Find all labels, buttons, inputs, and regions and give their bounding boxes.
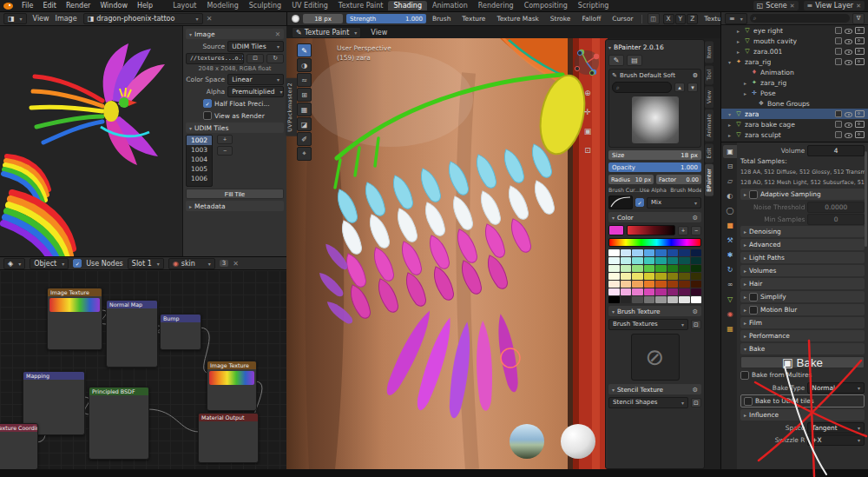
close-icon[interactable]: ✕ bbox=[275, 30, 280, 38]
properties-tab[interactable]: ⚒ bbox=[723, 234, 737, 247]
selectable-toggle[interactable] bbox=[835, 37, 842, 44]
palette-swatch[interactable] bbox=[655, 273, 667, 280]
properties-tab[interactable]: ■ bbox=[723, 219, 737, 232]
sidebar-tab[interactable]: Animate bbox=[705, 109, 713, 142]
topbar-menu[interactable]: Help bbox=[133, 2, 157, 10]
palette-swatch[interactable] bbox=[644, 273, 655, 280]
palette-swatch[interactable] bbox=[667, 257, 679, 264]
shader-node[interactable]: Normal Map bbox=[106, 300, 158, 368]
toolbar-tab-uvpackmaster[interactable]: UVPackmaster2 bbox=[286, 78, 297, 136]
blender-logo-icon[interactable] bbox=[3, 3, 13, 10]
palette-swatch[interactable] bbox=[655, 288, 667, 295]
properties-tab[interactable]: ∞ bbox=[723, 278, 737, 291]
properties-tab[interactable]: ◉ bbox=[723, 308, 737, 321]
render-visibility-icon[interactable] bbox=[855, 58, 865, 65]
outliner-display-mode-select[interactable]: ≡ bbox=[725, 13, 747, 24]
selectable-toggle[interactable] bbox=[835, 27, 842, 34]
properties-tab[interactable]: ◯ bbox=[723, 204, 737, 217]
topbar-menu[interactable]: Edit bbox=[38, 2, 61, 10]
shader-node[interactable]: Texture Coordinate bbox=[0, 423, 38, 469]
symmetry-axis-toggle[interactable]: X bbox=[663, 14, 674, 24]
mode-select[interactable]: ✎ Texture Paint bbox=[292, 27, 361, 38]
palette-swatch[interactable] bbox=[621, 296, 632, 303]
palette-swatch[interactable] bbox=[691, 249, 702, 256]
selectable-toggle[interactable] bbox=[835, 131, 842, 138]
colorspace-select[interactable]: Linear bbox=[227, 74, 284, 85]
visibility-eye-icon[interactable] bbox=[845, 58, 852, 65]
stencil-shapes-select[interactable]: Stencil Shapes bbox=[608, 397, 688, 408]
properties-tab[interactable]: ↻ bbox=[723, 263, 737, 276]
selectable-toggle[interactable] bbox=[835, 121, 842, 128]
shader-type-select[interactable]: Object bbox=[30, 258, 69, 269]
brush-preview-icon[interactable] bbox=[292, 15, 299, 23]
palette-swatch[interactable] bbox=[655, 281, 667, 288]
palette-swatch[interactable] bbox=[667, 273, 679, 280]
node-editor-canvas[interactable]: Image TextureNormal MapBumpImage Texture… bbox=[0, 270, 286, 469]
bpainter-mode-button[interactable]: ▤ bbox=[627, 55, 642, 66]
refresh-icon[interactable]: ↻ bbox=[266, 54, 284, 63]
workspace-tab[interactable]: Scripting bbox=[573, 1, 615, 10]
unlink-material-icon[interactable]: ✕ bbox=[233, 260, 239, 268]
metadata-panel-header[interactable]: ▸Metadata bbox=[186, 201, 284, 211]
brush-texture-section-header[interactable]: Brush Texture⚙ bbox=[608, 306, 701, 316]
view-as-render-checkbox[interactable] bbox=[203, 111, 212, 120]
remove-tile-button[interactable]: − bbox=[217, 146, 233, 156]
palette-swatch[interactable] bbox=[655, 296, 667, 303]
workspace-tab[interactable]: Shading bbox=[388, 1, 427, 10]
outliner-row[interactable]: ▸ ✛ Pose bbox=[721, 88, 868, 98]
blur-factor-slider[interactable]: Factor0.00 bbox=[656, 175, 701, 184]
color-gradient-bar[interactable] bbox=[627, 225, 675, 235]
palette-swatch[interactable] bbox=[655, 249, 667, 256]
palette-swatch[interactable] bbox=[632, 273, 643, 280]
udim-tile-item[interactable]: 1006 bbox=[187, 174, 212, 183]
properties-tab[interactable]: ◐ bbox=[723, 189, 737, 202]
outliner-row[interactable]: ❖ Bone Groups bbox=[721, 98, 868, 109]
properties-section-header[interactable]: ▸ Volumes bbox=[740, 265, 865, 276]
properties-tab[interactable]: ▽ bbox=[723, 293, 737, 306]
outliner-row[interactable]: ▾ ✦ zara_rig bbox=[721, 56, 868, 67]
palette-swatch[interactable] bbox=[655, 257, 667, 264]
palette-swatch[interactable] bbox=[632, 257, 643, 264]
bake-udim-checkbox[interactable] bbox=[744, 397, 753, 406]
sidebar-tab[interactable]: Edit bbox=[705, 143, 713, 162]
close-icon[interactable]: ✕ bbox=[790, 3, 795, 10]
palette-swatch[interactable] bbox=[608, 265, 620, 272]
symmetry-icon[interactable]: ◫ bbox=[648, 13, 660, 24]
brush-size-field[interactable]: 18 px bbox=[303, 14, 343, 23]
image-editor-menu[interactable]: Image bbox=[53, 15, 80, 23]
viewport-tool-button[interactable]: ✐ bbox=[297, 132, 312, 146]
slot-select[interactable]: Slot 1 bbox=[128, 258, 164, 269]
source-select[interactable]: UDIM Tiles bbox=[227, 41, 284, 52]
outliner-row[interactable]: ▾ ▽ zara bbox=[721, 109, 868, 119]
gear-icon[interactable]: ⚙ bbox=[693, 308, 698, 315]
strength-slider[interactable]: Strength1.000 bbox=[346, 14, 426, 23]
image-panel-header[interactable]: ▾Image ✕ bbox=[186, 29, 284, 39]
palette-swatch[interactable] bbox=[632, 288, 643, 295]
palette-swatch[interactable] bbox=[691, 265, 702, 272]
tool-settings-menu[interactable]: Texture Mask bbox=[494, 15, 541, 23]
image-editor-canvas[interactable] bbox=[0, 26, 182, 256]
properties-tab[interactable]: ✱ bbox=[723, 248, 737, 262]
palette-swatch[interactable] bbox=[691, 257, 702, 264]
properties-tab[interactable]: ⊟ bbox=[723, 160, 737, 173]
bake-multires-checkbox[interactable] bbox=[740, 371, 749, 380]
render-visibility-icon[interactable] bbox=[855, 121, 865, 128]
sidebar-tab[interactable]: Tool bbox=[705, 65, 713, 84]
palette-swatch[interactable] bbox=[644, 288, 655, 295]
palette-swatch[interactable] bbox=[667, 265, 679, 272]
selectable-toggle[interactable] bbox=[835, 48, 842, 55]
brush-texture-empty-slot[interactable]: ⊘ bbox=[631, 334, 680, 381]
properties-section-header[interactable]: ▸ Advanced bbox=[740, 239, 865, 250]
viewport-tool-button[interactable]: ◪ bbox=[297, 117, 312, 131]
palette-remove-button[interactable]: − bbox=[691, 226, 701, 235]
bake-type-select[interactable]: Normal bbox=[807, 382, 865, 394]
expander-icon[interactable]: ▸ bbox=[727, 132, 733, 138]
shader-node[interactable]: Image Texture bbox=[207, 361, 257, 411]
palette-swatch[interactable] bbox=[621, 249, 632, 256]
use-nodes-checkbox[interactable] bbox=[73, 259, 82, 268]
udim-tile-item[interactable]: 1004 bbox=[187, 155, 212, 164]
filepath-field[interactable]: //textures...o.1006.exr bbox=[186, 53, 244, 64]
symmetry-axis-toggle[interactable]: Z bbox=[687, 14, 698, 24]
tool-settings-menu[interactable]: Texture bbox=[459, 15, 488, 23]
properties-section-header[interactable]: ▸ Denoising bbox=[740, 226, 865, 237]
